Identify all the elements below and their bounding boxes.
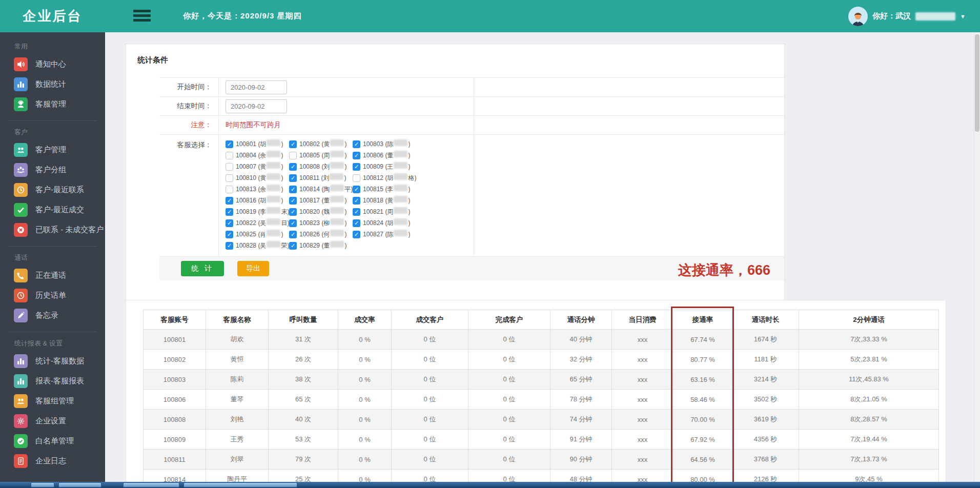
checkbox-unchecked-icon[interactable] (226, 163, 233, 171)
sidebar-item-label: 统计-客服数据 (35, 356, 84, 366)
checkbox-checked-icon[interactable]: ✓ (226, 208, 233, 216)
agent-checkbox-100829[interactable]: ✓100829 (董) (289, 241, 353, 250)
agent-checkbox-100817[interactable]: ✓100817 (董) (289, 196, 353, 205)
checkbox-checked-icon[interactable]: ✓ (353, 152, 360, 159)
checkbox-checked-icon[interactable]: ✓ (289, 140, 297, 148)
sidebar-item-客服组管理[interactable]: 客服组管理 (0, 391, 105, 411)
censored-agent-name (267, 207, 280, 214)
checkbox-checked-icon[interactable]: ✓ (226, 197, 233, 205)
checkbox-checked-icon[interactable]: ✓ (289, 197, 297, 205)
agent-checkbox-grid: ✓100801 (胡)✓100802 (黄)✓100803 (陈)100804 … (226, 139, 416, 250)
checkbox-checked-icon[interactable]: ✓ (353, 140, 360, 148)
os-taskbar[interactable] (0, 482, 980, 488)
checkbox-checked-icon[interactable]: ✓ (289, 242, 297, 250)
checkbox-checked-icon[interactable]: ✓ (289, 219, 297, 227)
checkbox-checked-icon[interactable]: ✓ (289, 186, 297, 193)
table-cell: 7次,33.33 % (799, 330, 939, 350)
vertical-scrollbar[interactable] (974, 32, 980, 482)
scrollbar-thumb[interactable] (975, 34, 979, 132)
agent-label: 100829 (董) (299, 241, 346, 250)
checkbox-unchecked-icon[interactable] (226, 152, 233, 159)
agent-checkbox-100806[interactable]: ✓100806 (董) (353, 151, 416, 160)
checkbox-checked-icon[interactable]: ✓ (353, 186, 360, 193)
agent-checkbox-100814[interactable]: ✓100814 (陶平) (289, 185, 353, 194)
agent-checkbox-100821[interactable]: ✓100821 (周) (353, 207, 416, 216)
checkbox-unchecked-icon[interactable] (226, 186, 233, 193)
agent-checkbox-100813[interactable]: 100813 (余) (226, 185, 289, 194)
sidebar-item-客户-最近成交[interactable]: 客户-最近成交 (0, 200, 105, 220)
sidebar-item-统计-客服数据[interactable]: 统计-客服数据 (0, 351, 105, 371)
taskbar-button[interactable] (123, 482, 179, 487)
sidebar-item-白名单管理[interactable]: 白名单管理 (0, 431, 105, 451)
checkbox-checked-icon[interactable]: ✓ (226, 140, 233, 148)
table-cell: 陈莉 (206, 370, 269, 390)
censored-agent-name (267, 162, 280, 169)
agent-checkbox-100826[interactable]: ✓100826 (何) (289, 230, 353, 239)
checkbox-checked-icon[interactable]: ✓ (353, 219, 360, 227)
statistics-button[interactable]: 统 计 (181, 261, 224, 276)
sidebar-item-客户分组[interactable]: 客户分组 (0, 160, 105, 180)
sidebar-item-正在通话[interactable]: 正在通话 (0, 266, 105, 286)
checkbox-checked-icon[interactable]: ✓ (226, 242, 233, 250)
agent-checkbox-100801[interactable]: ✓100801 (胡) (226, 139, 289, 149)
agent-checkbox-100809[interactable]: ✓100809 (王) (353, 162, 416, 171)
checkbox-checked-icon[interactable]: ✓ (289, 208, 297, 216)
agent-checkbox-100816[interactable]: ✓100816 (胡) (226, 196, 289, 205)
agent-checkbox-100815[interactable]: ✓100815 (李) (353, 185, 416, 194)
checkbox-checked-icon[interactable]: ✓ (353, 231, 360, 238)
sidebar-item-通知中心[interactable]: 通知中心 (0, 54, 105, 74)
sidebar-item-客服管理[interactable]: 客服管理 (0, 94, 105, 114)
agent-checkbox-100805[interactable]: 100805 (周) (289, 151, 353, 160)
checkbox-checked-icon[interactable]: ✓ (226, 219, 233, 227)
sidebar-item-报表-客服报表[interactable]: 报表-客服报表 (0, 371, 105, 391)
censored-agent-name (330, 218, 344, 225)
sidebar-item-企业设置[interactable]: 企业设置 (0, 411, 105, 431)
checkbox-checked-icon[interactable]: ✓ (289, 231, 297, 238)
sidebar-item-客户-最近联系[interactable]: 客户-最近联系 (0, 180, 105, 200)
agent-checkbox-100807[interactable]: 100807 (黄) (226, 162, 289, 171)
agent-checkbox-100820[interactable]: ✓100820 (魏) (289, 207, 353, 216)
end-time-label: 结束时间： (159, 97, 219, 115)
agent-checkbox-100828[interactable]: ✓100828 (吴荣) (226, 241, 289, 250)
taskbar-button[interactable] (31, 482, 54, 487)
checkbox-checked-icon[interactable]: ✓ (353, 208, 360, 216)
sidebar-item-已联系 - 未成交客户[interactable]: 已联系 - 未成交客户 (0, 220, 105, 240)
checkbox-unchecked-icon[interactable] (289, 152, 297, 159)
agent-checkbox-100818[interactable]: ✓100818 (黄) (353, 196, 416, 205)
agent-checkbox-100819[interactable]: ✓100819 (李末) (226, 207, 289, 216)
checkbox-checked-icon[interactable]: ✓ (226, 231, 233, 238)
agent-checkbox-100824[interactable]: ✓100824 (胡) (353, 218, 416, 228)
checkbox-checked-icon[interactable]: ✓ (353, 163, 360, 171)
agent-checkbox-100812[interactable]: 100812 (胡格) (353, 173, 416, 182)
sidebar-item-客户管理[interactable]: 客户管理 (0, 140, 105, 160)
agent-checkbox-100825[interactable]: ✓100825 (肖) (226, 230, 289, 239)
checkbox-unchecked-icon[interactable] (226, 174, 233, 182)
checkbox-checked-icon[interactable]: ✓ (289, 163, 297, 171)
agent-checkbox-100808[interactable]: ✓100808 (刘) (289, 162, 353, 171)
taskbar-button[interactable] (58, 482, 101, 487)
agent-checkbox-100822[interactable]: ✓100822 (吴目) (226, 218, 289, 228)
taskbar-button[interactable] (183, 482, 297, 487)
menu-toggle-icon[interactable] (133, 10, 151, 23)
agent-checkbox-100810[interactable]: 100810 (黄) (226, 173, 289, 182)
agent-checkbox-100802[interactable]: ✓100802 (黄) (289, 139, 353, 149)
agent-checkbox-100804[interactable]: 100804 (余) (226, 151, 289, 160)
end-time-input[interactable] (226, 99, 287, 113)
checkbox-checked-icon[interactable]: ✓ (353, 197, 360, 205)
checkbox-unchecked-icon[interactable] (353, 174, 360, 182)
sidebar-item-备忘录[interactable]: 备忘录 (0, 306, 105, 326)
agent-checkbox-100811[interactable]: ✓100811 (刘) (289, 173, 353, 182)
checkbox-checked-icon[interactable]: ✓ (289, 174, 297, 182)
start-time-input[interactable] (226, 80, 287, 94)
export-button[interactable]: 导出 (237, 261, 269, 276)
sidebar-item-历史话单[interactable]: 历史话单 (0, 286, 105, 306)
user-avatar (848, 7, 868, 26)
sidebar-item-label: 企业设置 (35, 416, 66, 426)
sidebar-item-数据统计[interactable]: 数据统计 (0, 74, 105, 94)
agent-checkbox-100827[interactable]: ✓100827 (陈) (353, 230, 416, 239)
sidebar-item-企业日志[interactable]: 企业日志 (0, 451, 105, 471)
agent-checkbox-100823[interactable]: ✓100823 (柳) (289, 218, 353, 228)
handwritten-annotation: 这接通率，666 (678, 261, 770, 279)
user-menu[interactable]: 你好：武汉 ▼ (848, 0, 966, 32)
agent-checkbox-100803[interactable]: ✓100803 (陈) (353, 139, 416, 149)
